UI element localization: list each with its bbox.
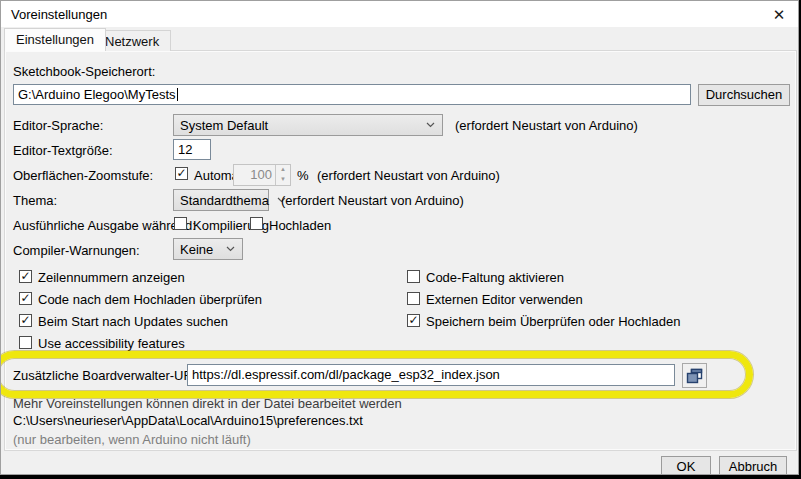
spinner-up-icon[interactable]: ▲ — [276, 165, 290, 175]
tab-einstellungen[interactable]: Einstellungen — [4, 28, 106, 51]
verify-after-upload-label[interactable]: Code nach dem Hochladen überprüfen — [38, 292, 262, 307]
code-folding-checkbox[interactable] — [407, 270, 420, 283]
chevron-down-icon — [226, 246, 235, 252]
checkmark-icon: ✓ — [20, 315, 31, 326]
tab-bar: Einstellungen Netzwerk — [1, 27, 798, 51]
verbose-upload-checkbox[interactable] — [250, 217, 263, 230]
save-on-verify-checkbox[interactable]: ✓ — [407, 314, 420, 327]
editor-textsize-input[interactable]: 12 — [173, 139, 211, 160]
sketchbook-path-value: G:\Arduino Elegoo\MyTests — [18, 87, 176, 102]
text-caret — [177, 88, 178, 101]
compiler-warnings-select[interactable]: Keine — [173, 238, 243, 260]
editor-textsize-value: 12 — [178, 142, 192, 157]
zoom-percent-value: 100 — [234, 165, 275, 185]
accessibility-checkbox[interactable] — [19, 336, 32, 349]
editor-textsize-label: Editor-Textgröße: — [13, 143, 113, 158]
cancel-button[interactable]: Abbruch — [719, 456, 787, 475]
board-urls-label: Zusätzliche Boardverwalter-URLs: — [13, 368, 210, 383]
check-updates-label[interactable]: Beim Start nach Updates suchen — [38, 314, 228, 329]
edit-warning-note: (nur bearbeiten, wenn Arduino nicht läuf… — [13, 432, 251, 447]
board-urls-value: https://dl.espressif.com/dl/package_esp3… — [192, 367, 500, 382]
editor-language-label: Editor-Sprache: — [13, 118, 103, 133]
theme-restart-note: (erfordert Neustart von Arduino) — [281, 193, 464, 208]
save-on-verify-label[interactable]: Speichern beim Überprüfen oder Hochladen — [426, 314, 680, 329]
spinner-down-icon[interactable]: ▼ — [276, 175, 290, 185]
compiler-warnings-label: Compiler-Warnungen: — [13, 243, 140, 258]
language-restart-note: (erfordert Neustart von Arduino) — [455, 118, 638, 133]
percent-label: % — [297, 168, 309, 183]
preferences-dialog: Voreinstellungen ✕ Einstellungen Netzwer… — [0, 0, 799, 475]
close-icon[interactable]: ✕ — [768, 5, 790, 25]
ok-button[interactable]: OK — [661, 456, 711, 475]
theme-select[interactable]: Standardthema — [173, 189, 269, 211]
accessibility-label[interactable]: Use accessibility features — [38, 336, 185, 351]
browse-button[interactable]: Durchsuchen — [698, 84, 790, 106]
check-updates-checkbox[interactable]: ✓ — [19, 314, 32, 327]
verbose-compile-checkbox[interactable] — [174, 217, 187, 230]
verify-after-upload-checkbox[interactable]: ✓ — [19, 292, 32, 305]
sketchbook-path-input[interactable]: G:\Arduino Elegoo\MyTests — [13, 84, 691, 105]
chevron-down-icon — [426, 122, 435, 128]
code-folding-label[interactable]: Code-Faltung aktivieren — [426, 270, 564, 285]
sketchbook-label: Sketchbook-Speicherort: — [13, 64, 155, 79]
window-title: Voreinstellungen — [11, 7, 107, 22]
theme-value: Standardthema — [180, 193, 269, 208]
verbose-upload-label[interactable]: Hochladen — [269, 218, 331, 233]
checkmark-icon: ✓ — [408, 315, 419, 326]
line-numbers-label[interactable]: Zeilennummern anzeigen — [38, 270, 185, 285]
zoom-percent-spinner[interactable]: 100 ▲▼ — [233, 164, 291, 186]
checkmark-icon: ✓ — [20, 293, 31, 304]
preferences-path[interactable]: C:\Users\neurieser\AppData\Local\Arduino… — [13, 413, 363, 428]
new-window-icon — [686, 368, 703, 384]
auto-zoom-checkbox[interactable]: ✓ — [175, 167, 188, 180]
title-bar: Voreinstellungen ✕ — [1, 1, 798, 27]
verbose-output-label: Ausführliche Ausgabe während: — [13, 218, 196, 233]
spinner-arrows[interactable]: ▲▼ — [275, 165, 290, 185]
theme-label: Thema: — [13, 193, 57, 208]
board-urls-popup-button[interactable] — [682, 363, 707, 388]
external-editor-label[interactable]: Externen Editor verwenden — [426, 292, 583, 307]
line-numbers-checkbox[interactable]: ✓ — [19, 270, 32, 283]
editor-language-select[interactable]: System Default — [173, 114, 443, 136]
board-urls-input[interactable]: https://dl.espressif.com/dl/package_esp3… — [187, 364, 675, 386]
zoom-level-label: Oberflächen-Zoomstufe: — [13, 168, 153, 183]
editor-language-value: System Default — [180, 118, 268, 133]
settings-panel: Sketchbook-Speicherort: G:\Arduino Elego… — [4, 50, 797, 451]
checkmark-icon: ✓ — [176, 168, 187, 179]
more-prefs-note: Mehr Voreinstellungen können direkt in d… — [13, 396, 402, 411]
zoom-restart-note: (erfordert Neustart von Arduino) — [317, 168, 500, 183]
compiler-warnings-value: Keine — [180, 242, 213, 257]
external-editor-checkbox[interactable] — [407, 292, 420, 305]
checkmark-icon: ✓ — [20, 271, 31, 282]
